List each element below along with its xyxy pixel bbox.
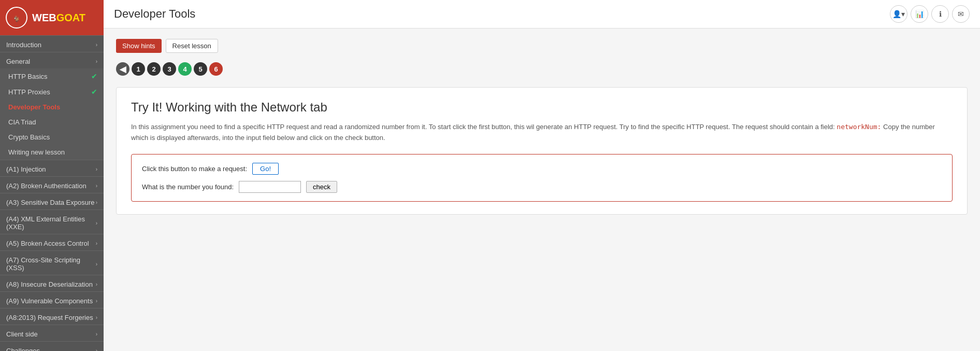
reset-lesson-button[interactable]: Reset lesson [166,39,218,53]
user-icon-button[interactable]: 👤▾ [890,5,907,23]
pagination-page-5[interactable]: 5 [194,62,207,76]
sidebar-logo-text: WEBGOAT [32,12,85,24]
sidebar-section-a8-deserialization[interactable]: (A8) Insecure Deserialization› [0,275,104,291]
a9-vulnerable-chevron: › [96,298,97,304]
exercise-row-check: What is the number you found: check [142,181,942,193]
general-items: HTTP Basics✔HTTP Proxies✔Developer Tools… [0,68,104,160]
sidebar-logo[interactable]: 🐐 WEBGOAT [0,0,104,35]
check-button[interactable]: check [306,181,337,193]
pagination-prev[interactable]: ◀ [116,62,129,76]
check-icon-http-proxies: ✔ [91,88,97,96]
show-hints-button[interactable]: Show hints [116,39,162,53]
exercise-row-go: Click this button to make a request: Go! [142,163,942,175]
sidebar-item-crypto-basics[interactable]: Crypto Basics [0,130,104,145]
topbar: Developer Tools 👤▾ 📊 ℹ ✉ [104,0,980,29]
sidebar-section-a5-access-control[interactable]: (A5) Broken Access Control› [0,234,104,250]
sidebar-item-http-basics[interactable]: HTTP Basics✔ [0,68,104,84]
go-button[interactable]: Go! [252,163,279,175]
sidebar-section-a8-2013-forgeries[interactable]: (A8:2013) Request Forgeries› [0,308,104,325]
sidebar-general[interactable]: General › [0,52,104,68]
pagination-page-4[interactable]: 4 [178,62,192,76]
network-num-highlight: networkNum: [837,123,881,131]
sidebar-section-a2-broken-auth[interactable]: (A2) Broken Authentication› [0,176,104,193]
sidebar-section-a1-injection[interactable]: (A1) Injection› [0,160,104,176]
logo-web: WEB [32,12,56,23]
lesson-description: In this assignment you need to find a sp… [131,122,953,144]
sidebar-item-http-proxies[interactable]: HTTP Proxies✔ [0,84,104,100]
lesson-desc-before: In this assignment you need to find a sp… [131,123,835,131]
a3-sensitive-chevron: › [96,200,97,205]
sidebar-section-client-side[interactable]: Client side› [0,325,104,341]
found-label: What is the number you found: [142,183,234,191]
a7-xss-chevron: › [96,261,97,267]
a8-2013-forgeries-chevron: › [96,315,97,320]
sidebar-item-cia-triad[interactable]: CIA Triad [0,115,104,130]
general-chevron: › [96,59,97,64]
lesson-box: Try It! Working with the Network tab In … [116,87,968,215]
chart-icon-button[interactable]: 📊 [911,5,928,23]
a4-xxe-chevron: › [96,220,97,226]
a8-deserialization-chevron: › [96,282,97,287]
action-bar: Show hints Reset lesson [116,39,968,53]
pagination-page-2[interactable]: 2 [147,62,161,76]
pagination: ◀ 123456 [116,62,968,76]
check-icon-http-basics: ✔ [91,72,97,80]
sidebar-item-writing-new-lesson[interactable]: Writing new lesson [0,145,104,160]
a5-access-control-chevron: › [96,241,97,246]
pagination-page-6[interactable]: 6 [209,62,223,76]
sidebar-section-a4-xxe[interactable]: (A4) XML External Entities (XXE)› [0,209,104,234]
click-label: Click this button to make a request: [142,165,247,173]
logo-goat: GOAT [56,12,85,23]
pagination-page-1[interactable]: 1 [132,62,145,76]
sidebar-section-a9-vulnerable[interactable]: (A9) Vulnerable Components› [0,291,104,308]
sidebar-sections: (A1) Injection›(A2) Broken Authenticatio… [0,160,104,351]
exercise-box: Click this button to make a request: Go!… [131,154,953,202]
topbar-icons: 👤▾ 📊 ℹ ✉ [890,5,970,23]
info-icon-button[interactable]: ℹ [931,5,949,23]
svg-text:🐐: 🐐 [13,15,20,22]
page-title: Developer Tools [114,7,195,21]
sidebar-section-a3-sensitive[interactable]: (A3) Sensitive Data Exposure› [0,193,104,209]
main-content: Developer Tools 👤▾ 📊 ℹ ✉ Show hints Rese… [104,0,980,351]
number-input[interactable] [239,181,301,193]
mail-icon-button[interactable]: ✉ [952,5,970,23]
challenges-chevron: › [96,348,97,351]
content-area: Show hints Reset lesson ◀ 123456 Try It!… [104,29,980,351]
introduction-chevron: › [96,42,97,48]
sidebar-item-developer-tools[interactable]: Developer Tools [0,100,104,115]
sidebar: 🐐 WEBGOAT Introduction › General › HTTP … [0,0,104,351]
webgoat-logo-icon: 🐐 [5,6,28,29]
lesson-title: Try It! Working with the Network tab [131,100,953,115]
sidebar-section-challenges[interactable]: Challenges› [0,341,104,351]
a1-injection-chevron: › [96,166,97,172]
a2-broken-auth-chevron: › [96,183,97,189]
sidebar-section-a7-xss[interactable]: (A7) Cross-Site Scripting (XSS)› [0,250,104,275]
pagination-page-3[interactable]: 3 [163,62,176,76]
client-side-chevron: › [96,331,97,337]
sidebar-introduction[interactable]: Introduction › [0,35,104,52]
